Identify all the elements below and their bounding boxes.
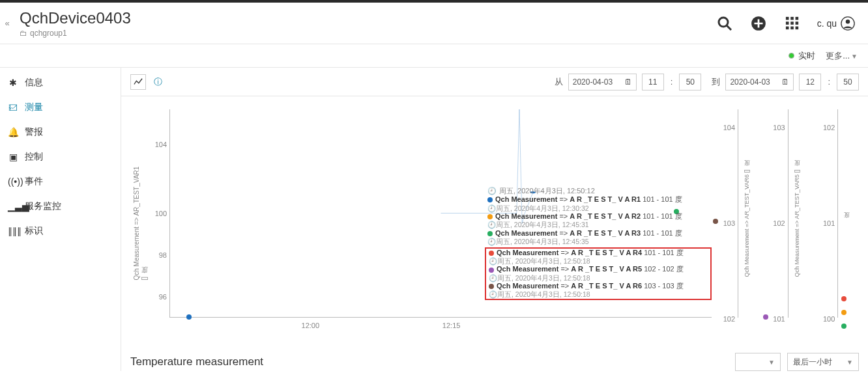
chart-tooltip: 🕘周五, 2020年4月3日, 12:50:12 Qch Measurement…: [485, 187, 712, 300]
help-icon[interactable]: ⓘ: [154, 76, 162, 88]
bar-chart-icon: 🗠: [8, 102, 18, 113]
empty-select[interactable]: ▼: [735, 353, 781, 371]
calendar-icon: 🗓: [781, 77, 789, 87]
barcode-icon: ∥∥∥: [8, 226, 18, 236]
from-minute-input[interactable]: 50: [679, 74, 701, 90]
main-chart[interactable]: Qch Measurement => AR_TEST_VAR1 [度] 104 …: [128, 109, 712, 337]
status-dot-icon: [788, 53, 794, 59]
data-point: [763, 314, 768, 320]
bell-icon: 🔔: [8, 127, 18, 137]
to-hour-input[interactable]: 12: [799, 74, 821, 90]
chevron-down-icon: ▼: [846, 359, 853, 366]
y-ticks: 104 100 98 96: [149, 109, 167, 318]
tooltip-item: Qch Measurement => A R _T E S T_ V A R2 …: [485, 212, 712, 229]
sidebar-item-events[interactable]: ((•))事件: [0, 169, 121, 194]
svg-rect-4: [790, 16, 794, 20]
calendar-icon: 🗓: [624, 77, 632, 87]
mini-axes: 104 103 102 Qch Measurement => AR_TEST_V…: [712, 109, 861, 337]
from-date-input[interactable]: 2020-04-03🗓: [568, 74, 637, 90]
sidebar-item-alarms[interactable]: 🔔警报: [0, 120, 121, 145]
breadcrumb[interactable]: 🗀qchgroup1: [20, 29, 131, 38]
data-point: [186, 314, 192, 320]
chevron-down-icon: ▼: [851, 53, 858, 60]
user-avatar-icon: [841, 16, 855, 31]
tooltip-item: Qch Measurement => A R _T E S T_ V A R4 …: [486, 249, 710, 266]
svg-rect-9: [786, 26, 789, 29]
mini-axis-var6: 104 103 102 Qch Measurement => AR_TEST_V…: [718, 109, 762, 337]
tooltip-item: Qch Measurement => A R _T E S T_ V A R6 …: [486, 282, 710, 299]
svg-rect-6: [786, 21, 789, 25]
sidebar-item-control[interactable]: ▣控制: [0, 145, 121, 169]
more-menu[interactable]: 更多...▼: [826, 50, 858, 62]
clock-icon: 🕘: [487, 187, 497, 195]
signal-icon: ▁▃▅: [8, 201, 18, 212]
chevron-down-icon: ▼: [768, 359, 775, 366]
svg-rect-7: [790, 21, 794, 25]
tooltip-item: Qch Measurement => A R _T E S T_ V A R3 …: [485, 229, 712, 246]
sidebar-item-info[interactable]: ✱信息: [0, 70, 121, 95]
footer-row: Temperature measurement ▼ 最后一小时▼: [121, 344, 868, 371]
page-title: QchDevice0403: [20, 9, 131, 27]
svg-point-0: [719, 18, 728, 27]
to-date-input[interactable]: 2020-04-03🗓: [725, 74, 794, 90]
to-minute-input[interactable]: 50: [837, 74, 859, 90]
sidebar: ✱信息 🗠测量 🔔警报 ▣控制 ((•))事件 ▁▃▅服务监控 ∥∥∥标识: [0, 68, 121, 371]
collapse-sidebar-icon[interactable]: «: [0, 18, 14, 28]
header: « QchDevice0403 🗀qchgroup1 c. qu: [0, 3, 868, 44]
chart-area: Qch Measurement => AR_TEST_VAR1 [度] 104 …: [121, 96, 868, 344]
folder-icon: 🗀: [20, 29, 27, 38]
measurement-title: Temperature measurement: [130, 355, 729, 368]
time-range-select[interactable]: 最后一小时▼: [787, 353, 859, 371]
tooltip-item: Qch Measurement => A R _T E S T_ V A R1 …: [485, 195, 712, 212]
tooltip-item: Qch Measurement => A R _T E S T_ V A R5 …: [486, 265, 710, 282]
sidebar-item-service-monitoring[interactable]: ▁▃▅服务监控: [0, 194, 121, 219]
mini-axis-var5: 103 102 101 Qch Measurement => AR_TEST_V…: [768, 109, 812, 337]
realtime-indicator[interactable]: 实时: [788, 50, 815, 62]
broadcast-icon: ((•)): [8, 176, 18, 187]
add-icon[interactable]: [749, 14, 768, 33]
control-icon: ▣: [8, 152, 18, 162]
chart-type-button[interactable]: [130, 74, 146, 90]
x-ticks: 12:00 12:15: [169, 322, 712, 332]
data-point: [841, 296, 846, 301]
user-menu[interactable]: c. qu: [817, 16, 855, 31]
svg-line-1: [727, 25, 731, 30]
svg-rect-5: [795, 16, 798, 20]
to-label: 到: [712, 76, 720, 88]
user-label: c. qu: [817, 18, 837, 29]
svg-point-13: [846, 20, 850, 23]
svg-rect-10: [790, 26, 794, 29]
from-hour-input[interactable]: 11: [642, 74, 664, 90]
svg-rect-8: [795, 21, 798, 25]
sidebar-item-measurements[interactable]: 🗠测量: [0, 95, 121, 120]
chart-toolbar: ⓘ 从 2020-04-03🗓 11 : 50 到 2020-04-03🗓 12…: [121, 68, 868, 96]
y-axis-label: Qch Measurement => AR_TEST_VAR1 [度]: [133, 167, 149, 281]
svg-rect-3: [786, 16, 789, 20]
from-label: 从: [555, 76, 563, 88]
data-point: [713, 219, 718, 224]
data-point: [841, 310, 846, 315]
mini-axis-extra: 102 101 100 度: [818, 109, 861, 337]
svg-rect-11: [795, 26, 798, 29]
apps-grid-icon[interactable]: [783, 14, 802, 33]
subheader: 实时 更多...▼: [0, 44, 868, 68]
data-point: [841, 324, 846, 329]
sidebar-item-identity[interactable]: ∥∥∥标识: [0, 219, 121, 243]
search-icon[interactable]: [716, 14, 734, 33]
plot-area[interactable]: 🕘周五, 2020年4月3日, 12:50:12 Qch Measurement…: [169, 109, 712, 318]
asterisk-icon: ✱: [8, 77, 18, 88]
